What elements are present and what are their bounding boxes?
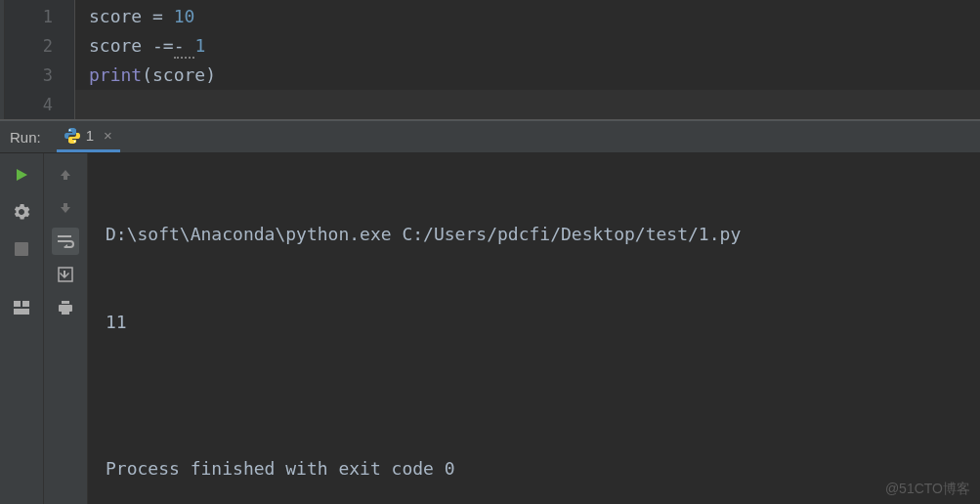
line-number: 3 — [5, 61, 74, 90]
rerun-button[interactable] — [8, 161, 35, 189]
svg-rect-4 — [22, 301, 29, 307]
line-number: 4 — [5, 90, 74, 119]
svg-rect-2 — [15, 242, 28, 256]
svg-rect-3 — [14, 301, 21, 307]
run-label: Run: — [10, 129, 41, 146]
code-line[interactable]: score -=- 1 — [89, 31, 980, 61]
settings-button[interactable] — [8, 198, 35, 226]
stop-button[interactable] — [8, 235, 35, 263]
svg-point-1 — [73, 140, 75, 142]
svg-rect-5 — [14, 309, 29, 315]
up-arrow-button[interactable] — [52, 161, 79, 189]
scroll-to-end-button[interactable] — [52, 261, 79, 288]
console-output[interactable]: D:\soft\Anaconda\python.exe C:/Users/pdc… — [88, 153, 980, 504]
run-tool-column-left — [0, 153, 44, 504]
run-tab[interactable]: 1 × — [57, 121, 120, 152]
console-line: D:\soft\Anaconda\python.exe C:/Users/pdc… — [106, 220, 962, 249]
python-icon — [64, 128, 80, 144]
run-panel: Run: 1 × — [0, 119, 980, 504]
watermark: @51CTO博客 — [885, 481, 970, 498]
run-body: D:\soft\Anaconda\python.exe C:/Users/pdc… — [0, 153, 980, 504]
code-line[interactable]: score = 10 — [89, 2, 980, 31]
code-line[interactable] — [75, 90, 980, 119]
run-tool-header: Run: 1 × — [0, 120, 980, 153]
svg-point-0 — [68, 129, 70, 131]
console-line: Process finished with exit code 0 — [106, 454, 962, 483]
layout-button[interactable] — [8, 294, 35, 321]
code-line[interactable]: print(score) — [89, 61, 980, 90]
code-area[interactable]: score = 10score -=- 1print(score) — [75, 0, 980, 119]
run-tool-column-right — [44, 153, 88, 504]
console-line: 11 — [106, 308, 962, 337]
line-number: 1 — [5, 2, 74, 31]
print-button[interactable] — [52, 294, 79, 321]
gutter: 1234 — [5, 0, 75, 119]
soft-wrap-button[interactable] — [52, 228, 79, 255]
down-arrow-button[interactable] — [52, 194, 79, 222]
line-number: 2 — [5, 31, 74, 61]
close-icon[interactable]: × — [104, 127, 112, 144]
run-tab-label: 1 — [86, 127, 94, 144]
editor-area: 1234 score = 10score -=- 1print(score) — [0, 0, 980, 119]
